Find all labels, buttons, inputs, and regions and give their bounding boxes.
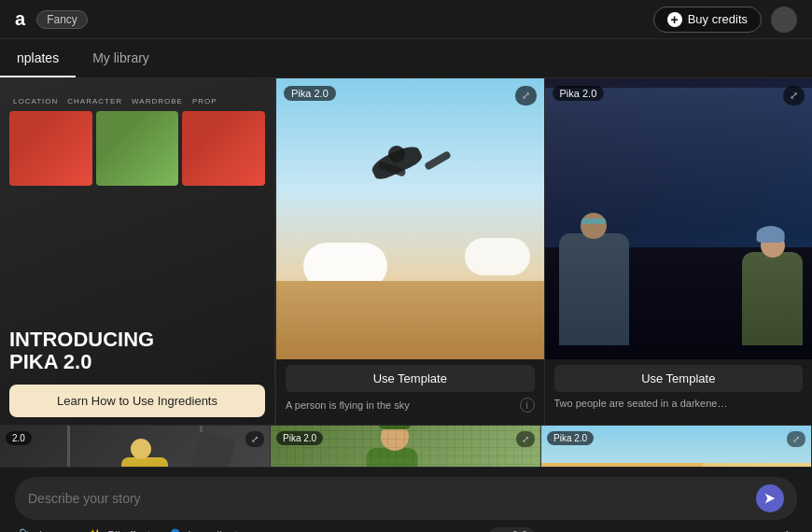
input-row[interactable] (15, 477, 797, 520)
buy-credits-label: Buy credits (688, 12, 748, 26)
card2-badge: Pika 2.0 (553, 86, 605, 101)
tool-ingredients[interactable]: 👤 Ingredients (167, 528, 243, 532)
header: a Fancy + Buy credits (0, 0, 812, 39)
bottom-card2-badge-label: Pika 2.0 (283, 433, 316, 443)
svg-marker-0 (765, 494, 776, 504)
video-card-1: Pika 2.0 ⤢ Use Template A person is flyi… (275, 78, 544, 425)
bottom-card1-badge-label: 2.0 (12, 433, 25, 443)
input-bar: 📎 Image ✨ Pikaffect 👤 Ingredients ☁ 2.0 … (0, 467, 812, 532)
bottom-card1-share[interactable]: ⤢ (245, 431, 264, 447)
card1-visual (276, 78, 544, 359)
pikaffect-icon: ✨ (87, 528, 103, 532)
bottom-card3-badge-label: Pika 2.0 (553, 433, 587, 443)
card1-badge: Pika 2.0 (284, 86, 336, 101)
card2-desc-text: Two people are seated in a darkened thea… (554, 398, 732, 409)
thumb-glasses (182, 111, 265, 186)
intro-title-line2: PIKA 2.0 (9, 351, 154, 373)
fancy-badge[interactable]: Fancy (36, 10, 88, 29)
label-wardrobe: WARDROBE (128, 97, 187, 105)
card1-share[interactable]: ⤢ (515, 86, 537, 105)
tabs-bar: nplates My library (0, 39, 812, 78)
intro-title-line1: INTRODUCING (9, 329, 154, 351)
screen-glow (545, 88, 813, 229)
card2-bottom: Use Template Two people are seated in a … (545, 359, 813, 425)
card1-use-template-button[interactable]: Use Template (286, 365, 535, 392)
card1-description: A person is flying in the sky i (286, 398, 535, 413)
bottom-card2-share[interactable]: ⤢ (516, 431, 535, 447)
tool-pikaffect[interactable]: ✨ Pikaffect (87, 528, 150, 532)
bottom-card3-badge: Pika 2.0 (547, 431, 594, 445)
tab-my-library[interactable]: My library (76, 39, 166, 77)
terrain (276, 281, 544, 359)
header-left: a Fancy (15, 8, 88, 30)
card2-description: Two people are seated in a darkened thea… (554, 398, 804, 409)
tool-image[interactable]: 📎 Image (19, 528, 70, 532)
story-input[interactable] (28, 491, 749, 506)
thumb-coat (96, 111, 179, 186)
tool-row: 📎 Image ✨ Pikaffect 👤 Ingredients ☁ 2.0 … (15, 527, 797, 532)
theater-person2 (742, 252, 803, 345)
label-character: CHARACTER (63, 97, 126, 105)
image-icon: 📎 (19, 528, 35, 532)
bottom-card3-share[interactable]: ⤢ (787, 431, 805, 447)
generate-button[interactable] (756, 484, 784, 512)
flying-arm-right (424, 150, 452, 171)
card1-bottom: Use Template A person is flying in the s… (276, 359, 544, 425)
card1-desc-text: A person is flying in the sky (286, 399, 410, 411)
cloud-right (465, 238, 530, 275)
person2-headscarf (756, 226, 784, 243)
tab-templates[interactable]: nplates (0, 39, 76, 77)
header-right: + Buy credits (653, 7, 797, 33)
thumb-person (9, 111, 92, 186)
thumb-strip (9, 111, 265, 186)
version-badge[interactable]: ☁ 2.0 (489, 527, 535, 532)
card1-badge-label: Pika 2.0 (291, 88, 329, 99)
studio-figure-head (131, 439, 151, 459)
bottom-card2-badge: Pika 2.0 (276, 431, 323, 445)
intro-labels: LOCATION CHARACTER WARDROBE PROP (9, 97, 221, 105)
card2-use-template-button[interactable]: Use Template (554, 365, 804, 392)
label-prop: PROP (189, 97, 221, 105)
label-location: LOCATION (9, 97, 62, 105)
main-grid: LOCATION CHARACTER WARDROBE PROP INTRODU… (0, 78, 812, 425)
generate-icon (763, 492, 777, 505)
card2-visual (545, 78, 813, 359)
card2-share[interactable]: ⤢ (783, 86, 805, 105)
learn-button[interactable]: Learn How to Use Ingredients (9, 385, 265, 417)
bottom-card1-badge: 2.0 (6, 431, 32, 445)
left-panel: LOCATION CHARACTER WARDROBE PROP INTRODU… (0, 78, 275, 425)
settings-icon[interactable]: ⚙ (781, 528, 793, 532)
card2-badge-label: Pika 2.0 (560, 88, 597, 99)
card1-info-icon[interactable]: i (520, 398, 535, 413)
theater-person1 (559, 233, 629, 345)
logo: a (15, 8, 25, 30)
plus-icon: + (667, 12, 682, 27)
buy-credits-button[interactable]: + Buy credits (653, 7, 762, 33)
ingredients-icon: 👤 (167, 528, 183, 532)
intro-title: INTRODUCING PIKA 2.0 (9, 329, 154, 373)
avatar[interactable] (771, 7, 797, 33)
video-card-2: Pika 2.0 ⤢ Use Template Two people are s… (544, 78, 813, 425)
